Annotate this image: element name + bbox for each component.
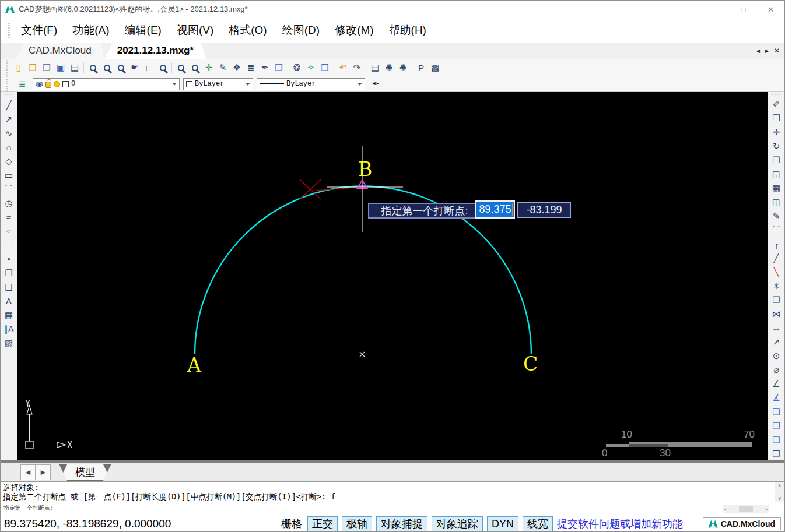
model-tab[interactable]: 模型	[59, 464, 111, 481]
toolbar-grip[interactable]	[6, 60, 8, 75]
boundary-icon[interactable]: ❒	[769, 293, 783, 306]
scroll-up-icon[interactable]: ∧	[779, 483, 782, 488]
pdf-export-icon[interactable]: P	[414, 61, 428, 75]
drawing-canvas[interactable]: A B C 指定第一个打断点: 89.375 -83.199 Y X 10 70…	[17, 92, 768, 460]
menu-file[interactable]: 文件(F)	[13, 23, 65, 38]
erase-icon[interactable]: ✐	[769, 97, 783, 111]
layers-panel-icon[interactable]: ≣	[15, 77, 29, 91]
osnap-toggle[interactable]: 对象捕捉	[376, 516, 427, 531]
match-properties-icon[interactable]: ✎	[769, 209, 783, 223]
array-icon[interactable]: ▦	[769, 181, 783, 195]
dim-diameter-icon[interactable]: ⌀	[769, 363, 783, 376]
color-dropdown[interactable]: ByLayer	[183, 78, 253, 90]
undo-icon[interactable]: ↶	[336, 61, 350, 75]
rectangle-icon[interactable]: ▭	[2, 168, 16, 182]
fillet-icon[interactable]: ⌒	[769, 223, 783, 237]
table-icon[interactable]: ▦	[2, 308, 16, 322]
export-view-icon[interactable]: ❐	[272, 61, 286, 75]
mirror-icon[interactable]: ◫	[769, 195, 783, 209]
grid-toggle[interactable]: 栅格	[281, 517, 302, 531]
block-insert-icon[interactable]: ❐	[2, 266, 16, 280]
layer-tool-4-icon[interactable]: ❒	[769, 447, 783, 460]
polyline-icon[interactable]: ∿	[2, 126, 16, 140]
text-icon[interactable]: A	[2, 294, 16, 308]
ellipse-icon[interactable]: ○	[2, 227, 16, 235]
rotate-icon[interactable]: ↻	[769, 139, 783, 153]
minimize-button[interactable]: —	[702, 1, 730, 18]
construction-line-icon[interactable]: ↗	[2, 112, 16, 126]
dim-radius-icon[interactable]: ⊙	[769, 349, 783, 362]
multiline-text-icon[interactable]: ∥A	[2, 322, 16, 336]
window-select-icon[interactable]: ❒	[318, 61, 332, 75]
print-icon[interactable]: ▤	[368, 61, 382, 75]
dim-linear-icon[interactable]: ↔	[769, 321, 783, 334]
circle-icon[interactable]: ◷	[2, 196, 16, 210]
menu-view[interactable]: 视图(V)	[169, 23, 221, 38]
tab-current-drawing[interactable]: 2021.12.13.mxg*	[104, 43, 206, 59]
menu-format[interactable]: 格式(O)	[221, 23, 274, 38]
dim-arc-length-icon[interactable]: ∡	[769, 391, 783, 404]
polygon-icon[interactable]: ⌂	[2, 140, 16, 154]
cloud-sync-icon[interactable]: ✺	[396, 61, 410, 75]
import-drawing-icon[interactable]: ❐	[40, 61, 54, 75]
insert-image-icon[interactable]: ▩	[428, 61, 442, 75]
menu-help[interactable]: 帮助(H)	[381, 23, 434, 38]
layer-dropdown[interactable]: 0	[33, 78, 180, 90]
polar-toggle[interactable]: 极轴	[342, 516, 372, 531]
zoom-previous-icon[interactable]	[174, 61, 188, 75]
color-palette-icon[interactable]: ❖	[230, 61, 244, 75]
zoom-extents-icon[interactable]	[114, 61, 128, 75]
zoom-dynamic-icon[interactable]	[188, 61, 202, 75]
hatch-icon[interactable]: ▨	[2, 336, 16, 350]
scroll-down-icon[interactable]: ∨	[779, 496, 782, 501]
pan-icon[interactable]: ☛	[128, 61, 142, 75]
toolbar-grip[interactable]	[5, 94, 13, 96]
render-settings-icon[interactable]: ❂	[290, 61, 304, 75]
ucs-axis-icon[interactable]: ∟	[142, 61, 156, 75]
chamfer-alt-icon[interactable]: ╲	[769, 265, 783, 279]
linetype-dropdown[interactable]: ByLayer	[257, 78, 365, 90]
save-icon[interactable]: ▣	[54, 61, 68, 75]
otrack-toggle[interactable]: 对象追踪	[432, 516, 483, 531]
fillet-corner-icon[interactable]: ╭	[769, 237, 783, 251]
dyn-toggle[interactable]: DYN	[487, 516, 518, 531]
publish-web-icon[interactable]: ✺	[382, 61, 396, 75]
tab-scroll-right-icon[interactable]: ▸	[765, 47, 769, 55]
polygon-irregular-icon[interactable]: ◇	[2, 154, 16, 168]
move-icon[interactable]: ✛	[769, 125, 783, 139]
dyn-input-y-field[interactable]: -83.199	[517, 202, 571, 218]
tab-cad-mxcloud[interactable]: CAD.MxCloud	[16, 43, 104, 59]
command-history[interactable]: 选择对象: 指定第二个打断点 或 [第一点(F)][打断长度(D)][中点打断(…	[1, 482, 775, 502]
brand-badge[interactable]: CAD.MxCloud	[703, 517, 781, 530]
break-at-point-icon[interactable]: ⋈	[769, 307, 783, 320]
new-file-icon[interactable]: ▯	[12, 61, 26, 75]
zoom-window-icon[interactable]	[100, 61, 114, 75]
match-brush-icon[interactable]: ✒	[369, 77, 383, 91]
command-hscrollbar[interactable]: ‹ ›	[723, 505, 769, 513]
lineweight-toggle[interactable]: 线宽	[523, 516, 553, 531]
command-vscrollbar[interactable]: ∧ ∨	[775, 482, 784, 502]
zoom-selection-icon[interactable]	[156, 61, 170, 75]
scroll-left-icon[interactable]: ‹	[724, 506, 727, 512]
point-icon[interactable]: ▪	[2, 252, 16, 266]
close-button[interactable]: ✕	[757, 1, 784, 18]
spline-icon[interactable]: ≈	[2, 210, 16, 224]
scrollbar-thumb[interactable]	[739, 506, 753, 512]
draw-pen-icon[interactable]: ✎	[216, 61, 230, 75]
line-icon[interactable]: ╱	[2, 98, 16, 112]
arc-icon[interactable]: ⌒	[2, 182, 16, 196]
maximize-button[interactable]: □	[730, 1, 757, 18]
redo-icon[interactable]: ↷	[350, 61, 364, 75]
tab-scroll-left-icon[interactable]: ◂	[756, 47, 760, 55]
dim-angular-icon[interactable]: ∠	[769, 377, 783, 390]
sheet-prev-button[interactable]: ◀	[20, 464, 36, 480]
layer-manager-icon[interactable]: ≣	[244, 61, 258, 75]
layer-tool-3-icon[interactable]: ❑	[769, 433, 783, 446]
ellipse-arc-icon[interactable]: ⌒	[2, 241, 16, 249]
menu-edit[interactable]: 编辑(E)	[117, 23, 169, 38]
copy-icon[interactable]: ❐	[769, 111, 783, 125]
sheet-next-button[interactable]: ▶	[36, 464, 51, 480]
tab-close-icon[interactable]: ✕	[774, 47, 780, 55]
dim-aligned-icon[interactable]: ↗	[769, 335, 783, 348]
layer-tool-2-icon[interactable]: ❐	[769, 419, 783, 432]
